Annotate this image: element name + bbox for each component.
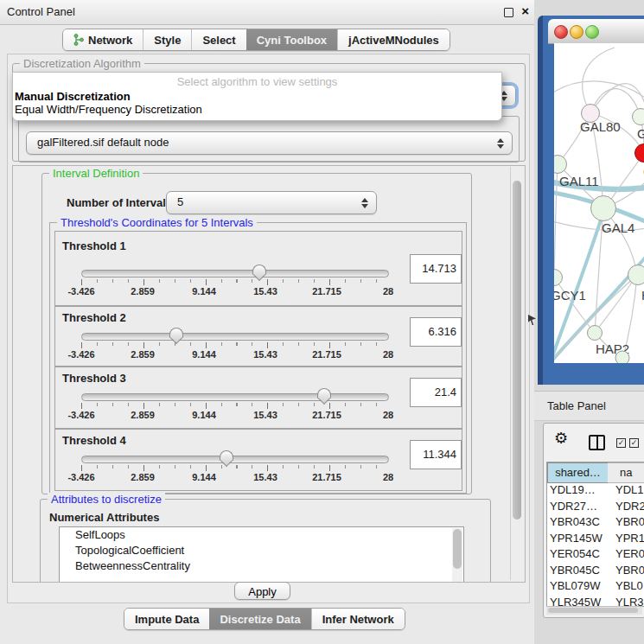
cell[interactable]: YER0 [615, 546, 644, 562]
gear-icon[interactable]: ⚙ [554, 429, 568, 448]
cell[interactable]: YPR1 [615, 531, 644, 546]
threshold-3-value-field[interactable]: 21.4 [410, 378, 462, 407]
tab-infer-network[interactable]: Infer Network [311, 609, 405, 629]
column-header-name[interactable]: na [608, 462, 644, 483]
node-attribute-table[interactable]: shared… na YDL19…YDL1 YDR27…YDR2 YBR043C… [546, 462, 644, 607]
scale-tick-label: 28 [383, 410, 393, 420]
network-node-right[interactable] [628, 265, 644, 285]
tab-discretize-data[interactable]: Discretize Data [209, 609, 310, 629]
table-row[interactable]: YPR145WYPR1 [547, 531, 644, 547]
cell[interactable]: YBL079W [550, 578, 607, 594]
cell[interactable]: YBR0 [615, 563, 644, 578]
network-node-gal4[interactable] [590, 195, 616, 221]
node-label: G [637, 126, 644, 141]
slider-ticks [81, 342, 388, 348]
close-icon[interactable]: × [521, 3, 529, 18]
table-rows: YDL19…YDL1 YDR27…YDR2 YBR043CYBR0 YPR145… [547, 482, 644, 607]
tab-impute-data-label: Impute Data [135, 613, 199, 626]
network-node-hap2[interactable] [587, 325, 603, 341]
cell[interactable]: YPR145W [550, 531, 607, 546]
scrollbar-thumb[interactable] [548, 608, 638, 613]
threshold-4-value-field[interactable]: 11.344 [410, 440, 462, 469]
float-window-icon[interactable] [504, 8, 513, 17]
cell[interactable]: YDR2 [615, 499, 644, 514]
number-of-intervals-combobox[interactable]: 5 [166, 191, 377, 214]
slider-track[interactable] [81, 393, 389, 401]
list-item[interactable]: SelfLoops [60, 527, 463, 543]
panel-title: Control Panel [7, 0, 75, 24]
table-row[interactable]: YER054CYER0 [547, 546, 644, 563]
tab-cyni-toolbox[interactable]: Cyni Toolbox [246, 29, 337, 50]
tab-network[interactable]: Network [63, 29, 143, 50]
columns-icon[interactable] [589, 435, 605, 450]
table-horizontal-scrollbar[interactable] [546, 606, 642, 615]
threshold-2-slider[interactable]: -3.426 2.859 9.144 15.43 21.715 28 [81, 329, 389, 359]
scale-tick-label: 15.43 [253, 410, 277, 420]
column-header-shared-name[interactable]: shared… [547, 462, 609, 483]
threshold-2-value-field[interactable]: 6.316 [410, 317, 462, 347]
table-row[interactable]: YDR27…YDR2 [547, 499, 644, 515]
threshold-1-value-field[interactable]: 14.713 [410, 254, 462, 284]
table-data-combobox[interactable]: galFiltered.sif default node [26, 131, 513, 155]
slider-scale-labels: -3.426 2.859 9.144 15.43 21.715 28 [81, 349, 388, 360]
checkbox-icon[interactable]: ✓ [616, 438, 626, 448]
list-scrollbar[interactable] [452, 528, 462, 583]
tab-select-label: Select [202, 34, 235, 47]
cell[interactable]: YDR27… [550, 499, 607, 514]
tab-impute-data[interactable]: Impute Data [124, 609, 209, 629]
network-view-window: GAL80 G C GAL11 GAL4 GCY1 H HAP2 [538, 16, 644, 385]
scale-tick-label: 9.144 [192, 472, 216, 482]
close-traffic-light-icon[interactable] [554, 25, 568, 39]
attributes-to-discretize-group: Attributes to discretize Numerical Attri… [40, 499, 491, 583]
tab-style[interactable]: Style [143, 29, 191, 50]
tab-jactivemnodules[interactable]: jActiveMNodules [337, 29, 450, 50]
scale-tick-label: 28 [383, 286, 393, 296]
table-row[interactable]: YDL19…YDL1 [547, 482, 644, 499]
algorithm-option-equal-width[interactable]: Equal Width/Frequency Discretization [15, 103, 202, 116]
table-row[interactable]: YBR043CYBR0 [547, 514, 644, 531]
network-canvas[interactable]: GAL80 G C GAL11 GAL4 GCY1 H HAP2 [554, 43, 644, 363]
network-node-bottom[interactable] [615, 351, 630, 364]
zoom-traffic-light-icon[interactable] [585, 25, 599, 39]
tab-select[interactable]: Select [191, 29, 245, 50]
minimize-traffic-light-icon[interactable] [570, 25, 583, 39]
slider-track[interactable] [81, 270, 389, 277]
table-row[interactable]: YLR345WYLR3 [547, 595, 644, 608]
cell[interactable]: YBR043C [550, 514, 607, 530]
scale-tick-label: 2.859 [131, 286, 155, 296]
cell[interactable]: YDL19… [550, 482, 607, 498]
scale-tick-label: 21.715 [312, 286, 341, 296]
threshold-1-slider[interactable]: -3.426 2.859 9.144 15.43 21.715 28 [81, 266, 389, 296]
slider-ticks [81, 279, 388, 285]
apply-button[interactable]: Apply [234, 582, 290, 600]
control-panel-titlebar: Control Panel × [0, 0, 534, 25]
scale-tick-label: 21.715 [312, 472, 341, 482]
slider-track[interactable] [81, 456, 389, 463]
table-row[interactable]: YBR045CYBR0 [547, 563, 644, 579]
table-panel-titlebar: Table Panel [534, 391, 644, 421]
threshold-3-label: Threshold 3 [62, 372, 126, 385]
cell[interactable]: YBR0 [615, 514, 644, 530]
checkbox-icon[interactable]: ✓ [629, 438, 639, 448]
network-node-top-right[interactable] [632, 108, 644, 125]
cell[interactable]: YBR045C [550, 563, 607, 578]
scrollbar-thumb[interactable] [513, 181, 521, 520]
threshold-3-slider[interactable]: -3.426 2.859 9.144 15.43 21.715 28 [81, 390, 389, 419]
cell[interactable]: YER054C [550, 546, 607, 562]
slider-track[interactable] [81, 333, 389, 341]
slider-ticks [81, 403, 388, 409]
cell[interactable]: YBL0 [615, 578, 644, 594]
algorithm-option-manual[interactable]: Manual Discretization [15, 90, 131, 103]
numerical-attributes-listbox[interactable]: SelfLoops TopologicalCoefficient Between… [59, 526, 464, 583]
settings-vertical-scrollbar[interactable] [510, 167, 524, 580]
node-label: GCY1 [554, 288, 586, 303]
threshold-4-slider[interactable]: -3.426 2.859 9.144 15.43 21.715 28 [81, 452, 389, 481]
table-row[interactable]: YBL079WYBL0 [547, 578, 644, 595]
scrollbar-thumb[interactable] [453, 529, 462, 569]
cell[interactable]: YDL1 [615, 482, 644, 498]
cell[interactable]: YLR3 [615, 595, 644, 608]
list-item[interactable]: TopologicalCoefficient [60, 543, 463, 558]
algorithm-popup-hint: Select algorithm to view settings [13, 75, 501, 88]
list-item[interactable]: BetweennessCentrality [60, 558, 463, 574]
cell[interactable]: YLR345W [550, 595, 607, 608]
